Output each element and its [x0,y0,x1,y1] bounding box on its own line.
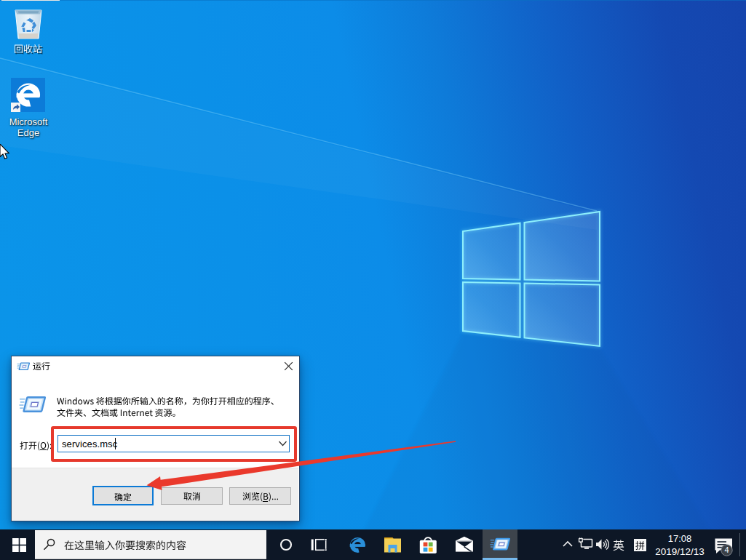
svg-text:4: 4 [724,545,729,554]
